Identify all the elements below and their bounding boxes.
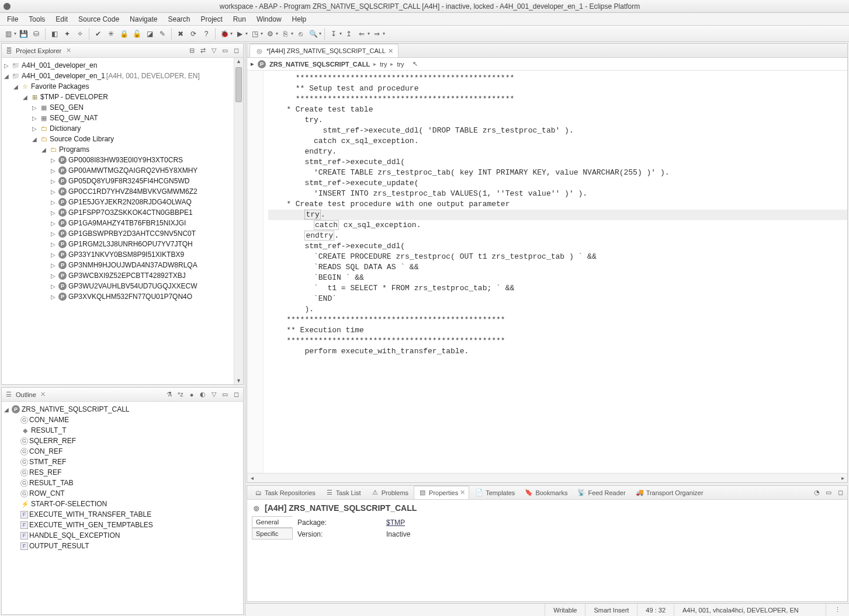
menu-file[interactable]: File [2, 14, 23, 25]
outline-node[interactable]: GSTMT_REF [3, 457, 242, 467]
tree-node[interactable]: ▷PGP3WCBXI9Z52EPCBTT42892TXBJ [3, 270, 233, 281]
tree-node[interactable]: ▷PGP0CC1RD7YHVZ84MBVKVGMWM6Z2 [3, 186, 233, 197]
refresh-icon[interactable]: ◔ [812, 488, 822, 497]
collapsed-twistie-icon[interactable]: ▷ [50, 178, 57, 185]
bottom-tab-task-repositories[interactable]: 🗂Task Repositories [249, 486, 320, 500]
back-button[interactable]: ⇐ [356, 28, 368, 40]
tree-node[interactable]: ▷PGP3NMH9HJOUJWDA4N37ADW8RLQA [3, 260, 233, 270]
collapsed-twistie-icon[interactable]: ▷ [50, 220, 57, 227]
expanded-twistie-icon[interactable]: ◢ [12, 83, 19, 90]
collapsed-twistie-icon[interactable]: ▷ [50, 231, 57, 237]
open-abap-button[interactable]: ◧ [48, 28, 60, 40]
lock-icon[interactable]: 🔒 [118, 28, 130, 40]
editor-tab[interactable]: ◎ *[A4H] ZRS_NATIVE_SQLSCRIPT_CALL ✕ [249, 44, 398, 57]
save-button[interactable]: 💾 [18, 28, 29, 40]
outline-tree[interactable]: ◢PZRS_NATIVE_SQLSCRIPT_CALLGCON_NAME◆RES… [2, 402, 243, 614]
vertical-scrollbar[interactable]: ▲ ▼ [234, 58, 243, 384]
expanded-twistie-icon[interactable]: ◢ [22, 94, 29, 100]
status-menu-icon[interactable]: ⋮ [826, 604, 849, 616]
external-button[interactable]: ⎘ [279, 28, 291, 40]
menu-run[interactable]: Run [228, 14, 251, 25]
outline-node[interactable]: GRES_REF [3, 467, 242, 478]
tree-node[interactable]: ▷▦SEQ_GEN [3, 102, 233, 113]
prev-annotation-button[interactable]: ↥ [343, 28, 355, 40]
horizontal-scrollbar[interactable]: ◂ ▸ [247, 473, 847, 482]
scroll-right-icon[interactable]: ▸ [838, 475, 847, 481]
close-view-icon[interactable]: ✕ [64, 46, 73, 55]
dropdown-icon[interactable]: ▾ [339, 31, 342, 36]
menu-tools[interactable]: Tools [24, 14, 50, 25]
collapsed-twistie-icon[interactable]: ▷ [3, 62, 10, 69]
twistie-icon[interactable]: ◢ [3, 406, 10, 413]
close-view-icon[interactable]: ✕ [39, 390, 48, 399]
menu-source-code[interactable]: Source Code [74, 14, 124, 25]
dropdown-icon[interactable]: ▾ [319, 31, 321, 36]
outline-node[interactable]: GCON_REF [3, 446, 242, 457]
tree-node[interactable]: ◢📁A4H_001_developer_en_1 [A4H, 001, DEVE… [3, 71, 233, 81]
dropdown-icon[interactable]: ▾ [245, 31, 248, 36]
tree-node[interactable]: ▷PGP0008I83HW93E0I0Y9H3XT0CRS [3, 155, 233, 165]
dropdown-icon[interactable]: ▾ [276, 31, 278, 36]
code-editor[interactable]: ****************************************… [264, 71, 847, 473]
bottom-tab-task-list[interactable]: ☰Task List [321, 486, 365, 500]
bottom-tab-templates[interactable]: 📄Templates [470, 486, 519, 500]
side-tab-general[interactable]: General [252, 516, 293, 528]
activate-all-button[interactable]: ✧ [74, 28, 86, 40]
tree-node[interactable]: ▷PGP1GA9MAHZY4TB76FBR15NIXJGI [3, 218, 233, 228]
collapsed-twistie-icon[interactable]: ▷ [50, 241, 57, 248]
search-button[interactable]: 🔍 [307, 28, 319, 40]
editor-gutter[interactable] [247, 71, 264, 473]
tree-node[interactable]: ▷PGP1RGM2L3J8UNRH6OPU7YV7JTQH [3, 239, 233, 249]
breadcrumb-item[interactable]: ZRS_NATIVE_SQLSCRIPT_CALL [269, 61, 370, 68]
bottom-tab-properties[interactable]: ▧Properties ✕ [414, 486, 469, 500]
tree-node[interactable]: ▷PGP1GBSWPRBY2D3AHTCC9NV5NC0T [3, 228, 233, 239]
outline-node[interactable]: FEXECUTE_WITH_GEN_TEMPTABLES [3, 520, 242, 530]
outline-node[interactable]: GRESULT_TAB [3, 478, 242, 488]
open-task-button[interactable]: ⎋ [294, 28, 306, 40]
bottom-tab-problems[interactable]: ⚠Problems [366, 486, 413, 500]
filter-icon[interactable]: ⚗ [165, 390, 174, 399]
menu-window[interactable]: Window [252, 14, 286, 25]
tree-node[interactable]: ◢☆Favorite Packages [3, 81, 233, 92]
breadcrumb-item[interactable]: try [380, 61, 387, 68]
next-annotation-button[interactable]: ↧ [328, 28, 339, 40]
minimize-icon[interactable]: ▭ [824, 488, 833, 497]
collapsed-twistie-icon[interactable]: ▷ [50, 189, 57, 195]
forward-button[interactable]: ⇒ [371, 28, 383, 40]
close-tab-icon[interactable]: ✕ [388, 47, 393, 55]
maximize-icon[interactable]: ◻ [231, 46, 241, 55]
outline-node[interactable]: GCON_NAME [3, 415, 242, 425]
collapsed-twistie-icon[interactable]: ▷ [50, 262, 57, 269]
hide-icon[interactable]: ● [187, 390, 196, 399]
hide2-icon[interactable]: ◐ [198, 390, 207, 399]
check-button[interactable]: ✔ [92, 28, 104, 40]
dropdown-icon[interactable]: ▾ [14, 31, 16, 36]
link-editor-icon[interactable]: ⇄ [198, 46, 207, 55]
minimize-icon[interactable]: ▭ [220, 46, 230, 55]
dropdown-icon[interactable]: ▾ [383, 31, 385, 36]
new-button[interactable]: ▥ [2, 28, 14, 40]
collapse-all-icon[interactable]: ⊟ [187, 46, 196, 55]
collapsed-twistie-icon[interactable]: ▷ [50, 199, 57, 206]
tree-node[interactable]: ◢🗀Source Code Library [3, 134, 233, 144]
outline-node[interactable]: GROW_CNT [3, 488, 242, 499]
outline-node[interactable]: FOUTPUT_RESULT [3, 541, 242, 551]
outline-node[interactable]: ⚡START-OF-SELECTION [3, 499, 242, 509]
bottom-tab-feed-reader[interactable]: 📡Feed Reader [573, 486, 629, 500]
collapsed-twistie-icon[interactable]: ▷ [50, 273, 57, 279]
refresh-icon[interactable]: ⟳ [188, 28, 199, 40]
save-all-button[interactable]: ⛁ [30, 28, 42, 40]
outline-node[interactable]: FHANDLE_SQL_EXCEPTION [3, 530, 242, 541]
toggle-button[interactable]: ◪ [144, 28, 155, 40]
collapsed-twistie-icon[interactable]: ▷ [50, 168, 57, 174]
sort-icon[interactable]: ᵃz [176, 390, 185, 399]
tree-node[interactable]: ▷PGP1E5JGYJEKR2N208RJDG4OLWAQ [3, 197, 233, 207]
outline-node[interactable]: GSQLERR_REF [3, 436, 242, 446]
menu-edit[interactable]: Edit [51, 14, 72, 25]
collapsed-twistie-icon[interactable]: ▷ [50, 283, 57, 290]
dropdown-icon[interactable]: ▾ [261, 31, 263, 36]
unlock-icon[interactable]: 🔓 [131, 28, 143, 40]
tree-node[interactable]: ▷PGP3XVKQLHM532FN77QU01P7QN4O [3, 291, 233, 302]
run-button[interactable]: ▶ [234, 28, 245, 40]
bottom-tab-transport-organizer[interactable]: 🚚Transport Organizer [631, 486, 708, 500]
